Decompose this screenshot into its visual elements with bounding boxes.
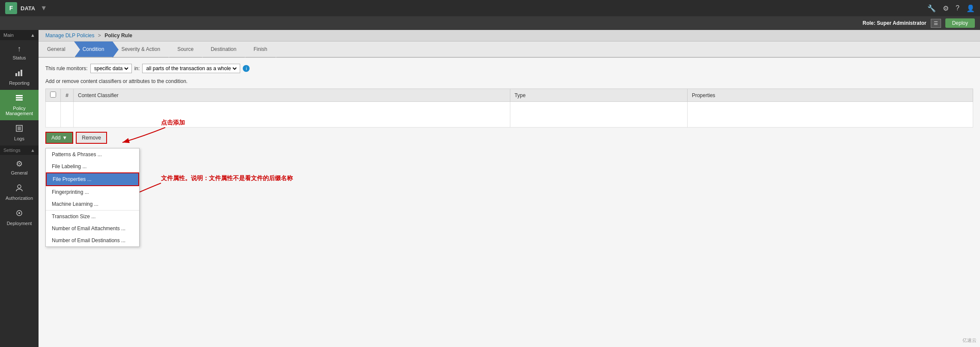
svg-point-10 xyxy=(18,185,21,188)
logo-icon: F xyxy=(5,2,17,14)
col-type: Type xyxy=(510,89,687,102)
top-bar: F DATA ▼ 🔧 ⚙ ? 👤 xyxy=(0,0,980,16)
watermark: 亿速云 xyxy=(962,337,977,344)
sidebar-item-reporting-label: Reporting xyxy=(9,80,30,86)
in-label: in: xyxy=(134,65,140,71)
sidebar-item-general[interactable]: ⚙ General xyxy=(0,155,39,180)
add-button[interactable]: Add ▼ xyxy=(45,132,73,144)
wizard-steps: General Condition Severity & Action Sour… xyxy=(39,42,980,58)
authorization-icon xyxy=(15,184,24,194)
dropdown-item-patterns-phrases[interactable]: Patterns & Phrases ... xyxy=(46,148,139,160)
content-area: Manage DLP Policies > Policy Rule Genera… xyxy=(39,30,980,347)
deploy-button[interactable]: Deploy xyxy=(945,18,975,28)
user-icon[interactable]: 👤 xyxy=(966,4,975,12)
content-table: # Content Classifier Type Properties xyxy=(45,89,973,128)
sidebar-item-authorization[interactable]: Authorization xyxy=(0,180,39,205)
role-bar: Role: Super Administrator ☰ Deploy xyxy=(0,16,980,30)
transaction-scope-select[interactable]: all parts of the transaction as a whole xyxy=(144,65,238,72)
deployment-icon xyxy=(15,209,24,219)
info-icon[interactable]: i xyxy=(243,65,250,72)
wizard-step-general[interactable]: General xyxy=(39,42,74,57)
sidebar-item-status[interactable]: ↑ Status xyxy=(0,40,39,65)
col-content-classifier: Content Classifier xyxy=(74,89,510,102)
col-checkbox xyxy=(46,89,61,102)
policy-management-icon xyxy=(15,94,24,104)
sidebar-item-policy-label: Policy Management xyxy=(2,106,36,116)
svg-rect-0 xyxy=(15,73,17,76)
svg-rect-3 xyxy=(16,95,23,96)
svg-point-12 xyxy=(18,212,20,214)
wizard-step-severity-action[interactable]: Severity & Action xyxy=(113,42,169,57)
main-layout: Main ▲ ↑ Status Reporting xyxy=(0,30,980,347)
sidebar-settings-header[interactable]: Settings ▲ xyxy=(0,145,39,155)
instruction-text: Add or remove content classifiers or att… xyxy=(45,78,973,84)
dropdown-item-file-labeling[interactable]: File Labeling ... xyxy=(46,160,139,172)
breadcrumb-separator: > xyxy=(98,33,101,39)
general-settings-icon: ⚙ xyxy=(16,159,23,169)
settings-label: Settings xyxy=(3,148,21,153)
role-name: Super Administrator xyxy=(877,20,926,26)
add-dropdown-arrow: ▼ xyxy=(62,135,67,141)
breadcrumb: Manage DLP Policies > Policy Rule xyxy=(39,30,980,42)
dropdown-arrow-icon[interactable]: ▼ xyxy=(40,4,47,12)
logs-icon xyxy=(15,125,24,134)
page-content: This rule monitors: specific data in: al… xyxy=(39,58,980,347)
rule-monitors-select1[interactable]: specific data xyxy=(90,64,132,73)
sidebar-collapse-icon: ▲ xyxy=(30,33,35,38)
sidebar: Main ▲ ↑ Status Reporting xyxy=(0,30,39,347)
svg-rect-2 xyxy=(21,70,22,76)
dropdown-item-fingerprinting[interactable]: Fingerprinting ... xyxy=(46,186,139,198)
settings-collapse-icon: ▲ xyxy=(30,148,35,153)
select-all-checkbox[interactable] xyxy=(50,92,56,98)
svg-rect-1 xyxy=(18,71,20,76)
app-logo-area: F DATA ▼ xyxy=(5,2,927,14)
buttons-row: Add ▼ Remove Patterns & Phrases ... File… xyxy=(45,132,973,144)
top-bar-icons: 🔧 ⚙ ? 👤 xyxy=(927,4,975,12)
col-number: # xyxy=(61,89,74,102)
role-label: Role: Super Administrator xyxy=(863,20,926,26)
annotation-file-properties: 文件属性。说明：文件属性不是看文件的后缀名称 xyxy=(161,175,293,182)
sidebar-item-logs-label: Logs xyxy=(14,136,24,141)
help-icon[interactable]: ? xyxy=(956,4,959,12)
wizard-step-destination[interactable]: Destination xyxy=(202,42,245,57)
dropdown-item-transaction-size[interactable]: Transaction Size ... xyxy=(46,211,139,222)
sidebar-main-header[interactable]: Main ▲ xyxy=(0,30,39,40)
sidebar-item-reporting[interactable]: Reporting xyxy=(0,65,39,90)
sidebar-item-general-label: General xyxy=(11,170,27,175)
app-name: DATA xyxy=(21,5,35,12)
reporting-icon xyxy=(15,69,24,79)
rule-monitors-row: This rule monitors: specific data in: al… xyxy=(45,64,973,73)
dropdown-item-email-attachments[interactable]: Number of Email Attachments ... xyxy=(46,222,139,234)
table-empty-row xyxy=(46,102,973,128)
status-icon: ↑ xyxy=(18,44,21,53)
dropdown-item-file-properties[interactable]: File Properties ... xyxy=(46,172,139,186)
sidebar-item-authorization-label: Authorization xyxy=(6,196,33,201)
gear-icon[interactable]: ⚙ xyxy=(943,4,949,12)
sidebar-item-deployment[interactable]: Deployment xyxy=(0,205,39,230)
rule-monitors-label: This rule monitors: xyxy=(45,65,88,71)
rule-monitors-select2[interactable]: all parts of the transaction as a whole xyxy=(142,64,240,73)
sidebar-item-deployment-label: Deployment xyxy=(7,221,32,226)
wrench-icon[interactable]: 🔧 xyxy=(927,4,936,12)
sidebar-item-logs[interactable]: Logs xyxy=(0,120,39,145)
col-properties: Properties xyxy=(687,89,973,102)
list-view-icon[interactable]: ☰ xyxy=(931,19,941,28)
dropdown-item-email-destinations[interactable]: Number of Email Destinations ... xyxy=(46,234,139,246)
breadcrumb-current: Policy Rule xyxy=(104,33,132,39)
dropdown-menu: Patterns & Phrases ... File Labeling ...… xyxy=(45,148,140,247)
sidebar-main-label: Main xyxy=(3,33,14,38)
dropdown-item-machine-learning[interactable]: Machine Learning ... xyxy=(46,198,139,210)
svg-rect-5 xyxy=(16,99,23,101)
breadcrumb-parent[interactable]: Manage DLP Policies xyxy=(45,33,95,39)
specific-data-select[interactable]: specific data xyxy=(92,65,130,72)
sidebar-item-status-label: Status xyxy=(12,55,26,60)
sidebar-item-policy-management[interactable]: Policy Management xyxy=(0,90,39,120)
remove-button[interactable]: Remove xyxy=(76,132,107,144)
svg-rect-4 xyxy=(16,97,23,98)
